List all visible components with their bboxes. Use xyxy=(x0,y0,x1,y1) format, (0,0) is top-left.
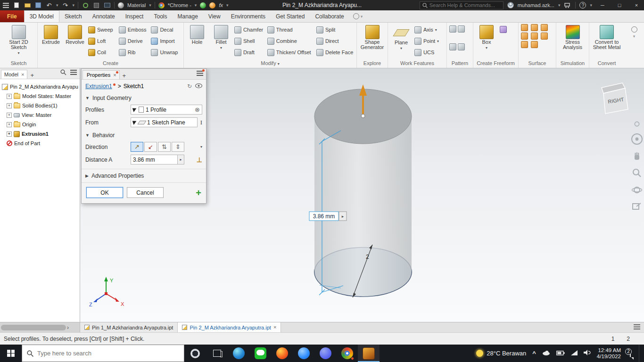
stitch-icon[interactable] xyxy=(521,24,528,31)
browser-node-solid-bodies[interactable]: + Solid Bodies(1) xyxy=(0,101,80,110)
axis-button[interactable]: Axis▾ xyxy=(414,24,442,35)
browser-tab-close-icon[interactable]: × xyxy=(21,73,24,77)
zoom-icon[interactable] xyxy=(632,168,642,178)
section-advanced-properties[interactable]: ▶ Advanced Properties xyxy=(82,169,206,183)
measure-dropdown-icon[interactable]: ▾ xyxy=(226,3,229,8)
loft-button[interactable]: Loft xyxy=(88,35,116,47)
app-menu-icon[interactable] xyxy=(2,1,9,9)
start-2d-sketch-dropdown-icon[interactable]: ▾ xyxy=(17,50,19,56)
tab-collaborate[interactable]: Collaborate xyxy=(310,10,349,22)
edge-taskbar-button[interactable] xyxy=(228,345,249,362)
task-view-button[interactable] xyxy=(206,345,228,362)
tab-manage[interactable]: Manage xyxy=(172,10,203,22)
tab-view[interactable]: View xyxy=(203,10,226,22)
network-icon[interactable] xyxy=(571,350,578,357)
tab-inspect[interactable]: Inspect xyxy=(120,10,149,22)
revolve-button[interactable]: Revolve xyxy=(64,24,86,45)
tab-annotate[interactable]: Annotate xyxy=(87,10,120,22)
taskbar-search-box[interactable] xyxy=(22,345,184,362)
view-cube[interactable]: RIGHT xyxy=(599,80,636,120)
ruled-surface-icon[interactable] xyxy=(531,41,538,48)
extrude-grip-point[interactable] xyxy=(361,114,365,118)
taskbar-search-input[interactable] xyxy=(37,350,169,357)
split-button[interactable]: Split xyxy=(316,24,354,35)
redo-icon[interactable]: ↷ xyxy=(62,1,69,9)
preset-add-button[interactable]: + xyxy=(196,189,201,197)
appearance-dropdown[interactable]: *Chrome - xyxy=(168,2,191,8)
help-dropdown-icon[interactable]: ▾ xyxy=(590,3,592,8)
orbit-icon[interactable] xyxy=(631,184,643,196)
rectangular-pattern-icon[interactable] xyxy=(449,25,456,33)
save-icon[interactable] xyxy=(34,1,42,9)
distance-flyout-icon[interactable]: ▸ xyxy=(178,155,184,165)
tab-sketch[interactable]: Sketch xyxy=(59,10,87,22)
draft-button[interactable]: Draft xyxy=(234,47,265,58)
ucs-button[interactable]: UCS xyxy=(414,47,442,58)
convert-to-sheet-metal-button[interactable]: Convert to Sheet Metal xyxy=(592,24,622,50)
zoom-taskbar-button[interactable] xyxy=(293,345,314,362)
chrome-taskbar-button[interactable] xyxy=(336,345,358,362)
from-selector[interactable]: 1 Sketch Plane xyxy=(131,117,198,127)
diameter-dimension-value[interactable]: 2 xyxy=(366,254,369,260)
action-center-button[interactable]: 2 xyxy=(630,350,631,357)
fillet-dropdown-icon[interactable]: ▾ xyxy=(220,45,222,50)
browser-node-end-of-part[interactable]: End of Part xyxy=(0,139,80,148)
account-menu[interactable]: muhamad.azk... xyxy=(518,2,554,8)
redo-dropdown-icon[interactable]: ▾ xyxy=(73,3,75,8)
navbar-collapse-icon[interactable] xyxy=(634,121,640,127)
ok-button[interactable]: OK xyxy=(86,187,123,198)
browser-search-icon[interactable] xyxy=(60,69,66,77)
undo-icon[interactable]: ↶ xyxy=(45,1,53,9)
delete-face-button[interactable]: Delete Face xyxy=(316,47,354,58)
freeform-box-dropdown-icon[interactable]: ▾ xyxy=(486,45,487,50)
start-button[interactable] xyxy=(0,345,22,362)
help-icon[interactable]: ? xyxy=(579,2,586,8)
material-dropdown-icon[interactable]: ▾ xyxy=(149,3,151,8)
look-at-icon[interactable] xyxy=(632,202,642,211)
combine-button[interactable]: Combine xyxy=(267,35,314,47)
breadcrumb-sketch1[interactable]: Sketch1 xyxy=(124,83,144,90)
cancel-button[interactable]: Cancel xyxy=(127,187,164,198)
unwrap-button[interactable]: Unwrap xyxy=(151,47,181,58)
rename-cycle-icon[interactable]: ↻ xyxy=(187,83,192,90)
expand-icon[interactable]: + xyxy=(7,113,12,118)
distance-a-input[interactable] xyxy=(131,155,178,165)
section-expand-icon[interactable]: ▶ xyxy=(85,173,89,178)
tab-file[interactable]: File xyxy=(0,10,24,22)
account-dropdown-icon[interactable]: ▾ xyxy=(558,3,561,8)
volume-icon[interactable] xyxy=(584,350,591,357)
sketch-driven-pattern-icon[interactable] xyxy=(458,43,465,50)
properties-add-tab-button[interactable]: + xyxy=(121,72,128,79)
app-store-cart-icon[interactable] xyxy=(564,1,571,9)
clear-appearance-icon[interactable] xyxy=(209,2,215,8)
profiles-selector[interactable]: 1 Profile ⊗ xyxy=(131,105,202,115)
chamfer-button[interactable]: Chamfer xyxy=(234,24,265,35)
cortana-button[interactable] xyxy=(184,345,206,362)
import-button[interactable]: Import xyxy=(151,35,181,47)
direction-asymmetric-button[interactable]: ⇕ xyxy=(172,142,184,152)
appearance-dropdown-icon[interactable]: ▾ xyxy=(195,3,197,8)
select-tool-icon[interactable] xyxy=(92,1,100,9)
extrude-button[interactable]: Extrude xyxy=(40,24,62,45)
maximize-button[interactable]: □ xyxy=(613,0,626,10)
visibility-eye-icon[interactable] xyxy=(195,83,202,90)
hscroll-right-icon[interactable]: › xyxy=(67,324,69,331)
onedrive-icon[interactable] xyxy=(542,350,550,357)
trim-icon[interactable] xyxy=(531,24,538,31)
freeform-edit-icon[interactable] xyxy=(500,26,507,33)
expand-icon[interactable]: + xyxy=(7,94,12,99)
shape-generator-button[interactable]: Shape Generator xyxy=(359,24,385,50)
doc-tab-pin1[interactable]: Pin 1_M Azkhariandra Aryaputra.ipt xyxy=(80,322,178,332)
tab-tools[interactable]: Tools xyxy=(149,10,172,22)
browser-node-origin[interactable]: + Origin xyxy=(0,120,80,129)
navigation-wheel-icon[interactable] xyxy=(631,133,643,145)
tab-environments[interactable]: Environments xyxy=(226,10,271,22)
expand-icon[interactable]: + xyxy=(7,132,12,137)
tray-expand-icon[interactable]: ^ xyxy=(532,350,536,357)
section-collapse-icon[interactable]: ▼ xyxy=(85,133,90,138)
line-taskbar-button[interactable] xyxy=(249,345,271,362)
plane-dropdown-icon[interactable]: ▾ xyxy=(400,46,402,51)
direction-default-button[interactable]: ↗ xyxy=(131,142,143,152)
doc-tabs-menu-icon[interactable] xyxy=(634,324,640,331)
inventor-taskbar-button[interactable] xyxy=(358,345,380,362)
